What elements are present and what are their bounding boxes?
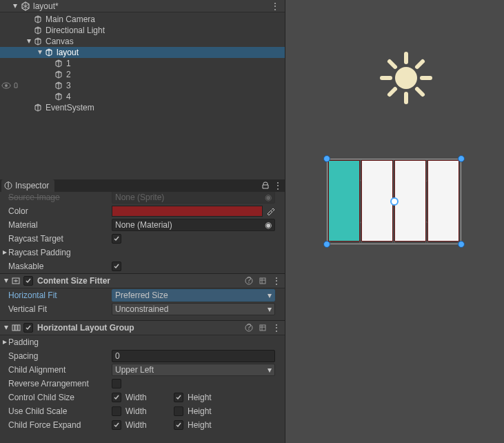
force-expand-width-checkbox[interactable] <box>112 420 121 430</box>
kebab-menu-icon[interactable]: ⋮ <box>271 1 279 11</box>
pivot-handle[interactable] <box>390 197 399 206</box>
hierarchy-item-3[interactable]: 3 <box>0 80 285 91</box>
spacing-field[interactable]: 0 <box>112 350 275 362</box>
preset-icon[interactable] <box>259 324 267 332</box>
hierarchy-item-1[interactable]: 1 <box>0 58 285 69</box>
foldout-icon[interactable] <box>36 50 44 55</box>
force-expand-height-checkbox[interactable] <box>174 420 183 430</box>
hierarchy-item-2[interactable]: 2 <box>0 69 285 80</box>
chevron-down-icon: ▾ <box>268 304 272 314</box>
gameobject-icon <box>33 37 43 46</box>
scene-view[interactable] <box>285 0 504 443</box>
hierarchy-scene-row[interactable]: layout* ⋮ <box>0 0 285 12</box>
source-image-field[interactable]: None (Sprite)◉ <box>112 192 275 204</box>
foldout-icon[interactable] <box>1 249 8 256</box>
svg-line-21 <box>417 61 423 67</box>
horizontal-fit-label: Horizontal Fit <box>8 291 112 300</box>
foldout-icon[interactable] <box>12 3 18 9</box>
chevron-down-icon: ▾ <box>268 291 272 300</box>
hierarchy-item-4[interactable]: 4 <box>0 91 285 102</box>
kebab-menu-icon[interactable]: ⋮ <box>272 276 281 286</box>
color-field[interactable] <box>112 206 263 217</box>
component-enable-checkbox[interactable] <box>23 276 33 286</box>
lock-icon[interactable] <box>261 181 270 189</box>
visibility-badge[interactable] <box>0 80 19 91</box>
tab-label: Inspector <box>15 181 49 190</box>
anchor-handle[interactable] <box>323 155 330 162</box>
anchor-handle[interactable] <box>323 241 330 248</box>
help-icon[interactable]: ? <box>245 277 253 285</box>
height-label: Height <box>188 420 212 430</box>
hierarchy-item-label: EventSystem <box>46 103 94 112</box>
hierarchy-item-camera[interactable]: Main Camera <box>0 14 285 25</box>
hierarchy-item-eventsystem[interactable]: EventSystem <box>0 102 285 113</box>
control-size-height-checkbox[interactable] <box>174 393 183 402</box>
svg-rect-13 <box>260 325 265 331</box>
svg-text:?: ? <box>247 277 252 285</box>
reverse-arrangement-checkbox[interactable] <box>112 379 121 388</box>
width-label: Width <box>125 393 147 402</box>
gameobject-icon <box>54 70 63 79</box>
kebab-menu-icon[interactable]: ⋮ <box>274 181 282 190</box>
raycast-target-label: Raycast Target <box>8 234 112 244</box>
kebab-menu-icon[interactable]: ⋮ <box>272 323 281 333</box>
left-panel: layout* ⋮ Main Camera Directional Light … <box>0 0 285 443</box>
hierarchy-item-light[interactable]: Directional Light <box>0 25 285 36</box>
hierarchy-item-layout[interactable]: layout <box>0 47 285 58</box>
foldout-icon[interactable] <box>3 324 10 331</box>
hierarchy-item-label: Main Camera <box>46 14 95 24</box>
foldout-icon[interactable] <box>1 339 8 346</box>
child-alignment-dropdown[interactable]: Upper Left▾ <box>112 364 275 376</box>
object-picker-icon[interactable]: ◉ <box>265 193 272 202</box>
svg-point-1 <box>5 84 8 87</box>
svg-point-14 <box>395 67 417 89</box>
component-title: Horizontal Layout Group <box>37 323 134 333</box>
svg-rect-9 <box>15 325 17 331</box>
use-scale-height-checkbox[interactable] <box>174 406 183 416</box>
foldout-icon[interactable] <box>3 277 10 284</box>
source-image-label: Source Image <box>8 193 112 202</box>
foldout-icon[interactable] <box>25 39 33 44</box>
svg-text:?: ? <box>247 324 252 332</box>
raycast-target-checkbox[interactable] <box>112 234 121 244</box>
scene-name: layout* <box>33 1 59 11</box>
gameobject-icon <box>54 92 63 101</box>
vertical-fit-dropdown[interactable]: Unconstrained▾ <box>112 303 275 315</box>
maskable-checkbox[interactable] <box>112 262 121 271</box>
hierarchy-tree: Main Camera Directional Light Canvas lay… <box>0 12 285 113</box>
component-header-hlg[interactable]: Horizontal Layout Group ? ⋮ <box>0 320 285 335</box>
svg-rect-10 <box>18 325 20 331</box>
component-title: Content Size Fitter <box>37 276 110 286</box>
finger-icon <box>12 82 19 89</box>
inspector-scroll[interactable]: Source Image None (Sprite)◉ Color Materi… <box>0 192 285 443</box>
unity-logo-icon <box>21 1 30 11</box>
gameobject-icon <box>54 81 63 90</box>
object-picker-icon[interactable]: ◉ <box>265 220 272 230</box>
material-field[interactable]: None (Material)◉ <box>112 219 275 231</box>
hierarchy-item-label: layout <box>57 48 79 57</box>
use-scale-width-checkbox[interactable] <box>112 406 121 416</box>
reverse-arrangement-label: Reverse Arrangement <box>8 379 112 388</box>
anchor-handle[interactable] <box>458 155 465 162</box>
vertical-fit-label: Vertical Fit <box>8 304 112 314</box>
gameobject-icon <box>44 48 54 57</box>
help-icon[interactable]: ? <box>245 324 253 332</box>
gameobject-icon <box>54 59 63 68</box>
hierarchy-item-canvas[interactable]: Canvas <box>0 36 285 47</box>
anchor-handle[interactable] <box>458 241 465 248</box>
horizontal-fit-dropdown[interactable]: Preferred Size▾ <box>112 289 275 302</box>
component-header-csf[interactable]: Content Size Fitter ? ⋮ <box>0 273 285 288</box>
hierarchy-item-label: 3 <box>66 81 71 90</box>
control-size-width-checkbox[interactable] <box>112 393 121 402</box>
tab-inspector[interactable]: i Inspector <box>1 179 54 192</box>
gameobject-icon <box>33 26 43 35</box>
svg-line-19 <box>390 61 395 67</box>
gameobject-icon <box>33 14 43 24</box>
preset-icon[interactable] <box>259 277 267 285</box>
chevron-down-icon: ▾ <box>268 365 272 375</box>
svg-text:i: i <box>8 181 10 190</box>
child-alignment-label: Child Alignment <box>8 365 112 375</box>
layout-rect-gizmo[interactable] <box>327 159 461 244</box>
component-enable-checkbox[interactable] <box>23 323 33 333</box>
maskable-label: Maskable <box>8 262 112 271</box>
